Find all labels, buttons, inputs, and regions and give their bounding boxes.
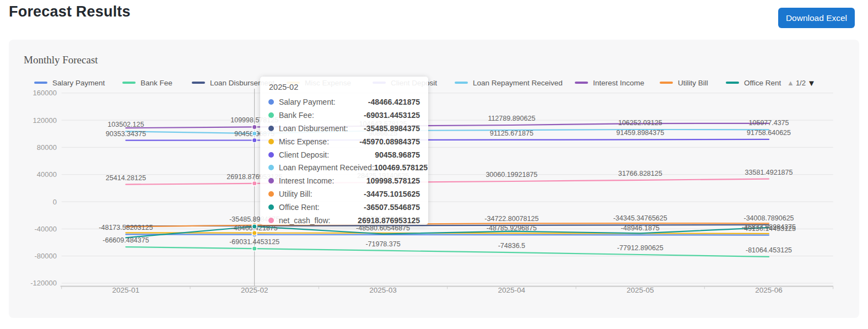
tooltip-series-label: Interest Income: — [279, 176, 334, 185]
tooltip-series-dot — [268, 204, 274, 210]
tooltip-row: net_cash_flow:26918.876953125 — [268, 214, 420, 227]
data-point-label: -48173.58203125 — [99, 224, 153, 231]
data-point-label: -48946.1875 — [621, 224, 660, 232]
data-point-label: -69031.4453125 — [229, 238, 279, 246]
tooltip-series-label: Bank Fee: — [279, 111, 314, 120]
series-line-bank-fee[interactable] — [126, 247, 769, 257]
legend-page-up-icon[interactable]: ▲ — [787, 79, 794, 87]
tooltip-series-dot — [268, 165, 274, 170]
x-axis-tick-label: 2025-03 — [369, 286, 397, 294]
data-point-label: -48785.9296875 — [487, 224, 537, 232]
tooltip-series-value: 100469.578125 — [374, 163, 428, 172]
legend-item-salary-payment[interactable]: Salary Payment — [34, 78, 105, 88]
legend-line-marker — [192, 82, 205, 84]
data-point-label: 30060.19921875 — [486, 171, 537, 179]
series-line-interest-income[interactable] — [126, 123, 769, 128]
series-line-loan-repayment-received[interactable] — [126, 130, 769, 133]
legend-item-loan-repayment-received[interactable]: Loan Repayment Received — [455, 78, 563, 88]
tooltip-series-label: Office Rent: — [279, 203, 320, 212]
y-axis-tick-label: -120000 — [30, 279, 57, 287]
legend-item-interest-income[interactable]: Interest Income — [575, 78, 644, 88]
legend-line-marker — [122, 82, 136, 84]
tooltip-series-value: 109998.578125 — [366, 176, 420, 185]
data-point-label: -66609.484375 — [103, 236, 149, 244]
y-axis-tick-label: 80000 — [37, 143, 57, 152]
y-axis-tick-label: 0 — [53, 198, 57, 206]
highlighted-data-point[interactable] — [252, 224, 257, 229]
highlighted-data-point[interactable] — [252, 138, 257, 143]
tooltip-series-value: -69031.4453125 — [364, 111, 420, 120]
y-axis-tick-label: -40000 — [35, 225, 57, 233]
x-axis-tick-label: 2025-04 — [498, 286, 526, 294]
tooltip-series-value: 90458.96875 — [375, 150, 420, 159]
data-point-label: -74836.5 — [498, 242, 525, 250]
data-point-label: 90353.34375 — [106, 130, 146, 138]
tooltip-series-dot — [268, 191, 274, 197]
tooltip-row: Client Deposit:90458.96875 — [268, 148, 420, 161]
tooltip-series-dot — [268, 126, 274, 131]
tooltip-title: 2025-02 — [269, 83, 420, 91]
tooltip-series-label: net_cash_flow: — [279, 216, 330, 225]
tooltip-series-dot — [268, 99, 274, 105]
tooltip-series-dot — [268, 218, 274, 223]
legend-item-bank-fee[interactable]: Bank Fee — [122, 78, 172, 88]
highlighted-data-point[interactable] — [252, 125, 257, 130]
tooltip-row: Loan Disbursement:-35485.8984375 — [268, 122, 420, 135]
highlighted-data-point[interactable] — [252, 181, 257, 186]
legend-line-marker — [726, 82, 739, 84]
data-point-label: 91125.671875 — [490, 130, 533, 137]
tooltip-row: Salary Payment:-48466.421875 — [268, 95, 420, 109]
tooltip-series-value: 26918.876953125 — [358, 216, 420, 225]
series-line-salary-payment[interactable] — [126, 234, 769, 235]
tooltip-row: Utility Bill:-34475.1015625 — [268, 187, 420, 201]
chart-tooltip: 2025-02 Salary Payment:-48466.421875Bank… — [260, 77, 428, 225]
tooltip-series-value: -36507.5546875 — [364, 203, 420, 212]
legend-line-marker — [34, 82, 47, 84]
tooltip-series-dot — [268, 178, 274, 184]
highlighted-data-point[interactable] — [252, 230, 257, 235]
data-point-label: 91758.640625 — [747, 129, 791, 137]
tooltip-series-value: -35485.8984375 — [364, 124, 420, 133]
tooltip-series-dot — [268, 152, 274, 158]
legend-line-marker — [455, 82, 468, 84]
tooltip-series-value: -45970.08984375 — [359, 137, 420, 146]
series-line-office-rent[interactable] — [126, 226, 769, 238]
tooltip-series-label: Loan Disbursement: — [279, 124, 348, 133]
y-axis-tick-label: -80000 — [35, 252, 57, 260]
tooltip-series-label: Loan Repayment Received: — [279, 163, 374, 172]
data-point-label: -34345.34765625 — [613, 214, 667, 222]
tooltip-series-label: Salary Payment: — [279, 98, 336, 106]
chart-legend: Salary PaymentBank FeeLoan DisbursementM… — [0, 0, 868, 17]
data-point-label: -34722.80078125 — [484, 215, 538, 223]
legend-item-office-rent[interactable]: Office Rent — [726, 78, 781, 88]
data-point-label: 33581.4921875 — [745, 169, 793, 176]
data-point-label: 25414.28125 — [106, 174, 146, 182]
tooltip-row: Office Rent:-36507.5546875 — [268, 201, 420, 214]
data-point-label: -81064.453125 — [746, 246, 792, 254]
legend-item-label: Interest Income — [593, 79, 644, 87]
highlighted-data-point[interactable] — [252, 246, 257, 251]
highlighted-data-point[interactable] — [252, 131, 257, 136]
series-line-client-deposit[interactable] — [126, 139, 769, 141]
legend-line-marker — [575, 82, 588, 84]
legend-pagination: ▲ 1/2 ▼ — [787, 78, 816, 88]
data-point-label: -34008.7890625 — [744, 214, 794, 222]
tooltip-series-label: Misc Expense: — [279, 137, 329, 146]
legend-item-utility-bill[interactable]: Utility Bill — [660, 78, 708, 88]
y-axis-tick-label: 160000 — [33, 89, 57, 97]
data-point-label: 91459.8984375 — [616, 129, 664, 137]
legend-line-marker — [660, 82, 673, 84]
tooltip-row: Loan Repayment Received:100469.578125 — [268, 161, 420, 174]
y-axis-tick-label: 120000 — [33, 116, 57, 125]
data-point-label: 105977.4375 — [749, 119, 789, 127]
tooltip-series-dot — [268, 112, 274, 118]
series-line-net-cash-flow[interactable] — [126, 179, 769, 185]
tooltip-series-value: -48466.421875 — [368, 98, 420, 106]
tooltip-series-dot — [268, 139, 274, 144]
x-axis-tick-label: 2025-06 — [755, 286, 783, 294]
tooltip-series-label: Utility Bill: — [279, 190, 312, 198]
data-point-label: 103502.125 — [107, 121, 144, 128]
legend-page-down-icon[interactable]: ▼ — [807, 78, 816, 88]
y-axis-tick-label: 40000 — [37, 170, 57, 179]
monthly-forecast-chart[interactable]: 16000012000080000400000-40000-80000-1200… — [0, 0, 868, 329]
